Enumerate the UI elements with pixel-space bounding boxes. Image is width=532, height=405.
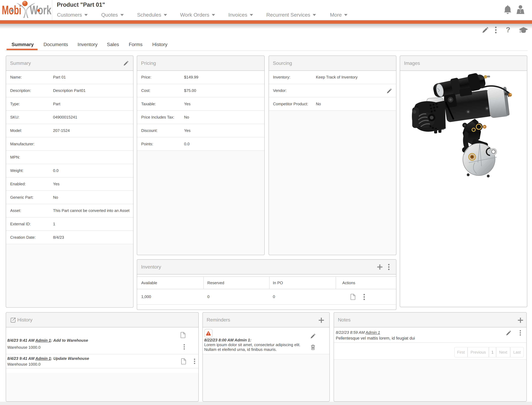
svg-text:Work: Work	[30, 3, 51, 17]
